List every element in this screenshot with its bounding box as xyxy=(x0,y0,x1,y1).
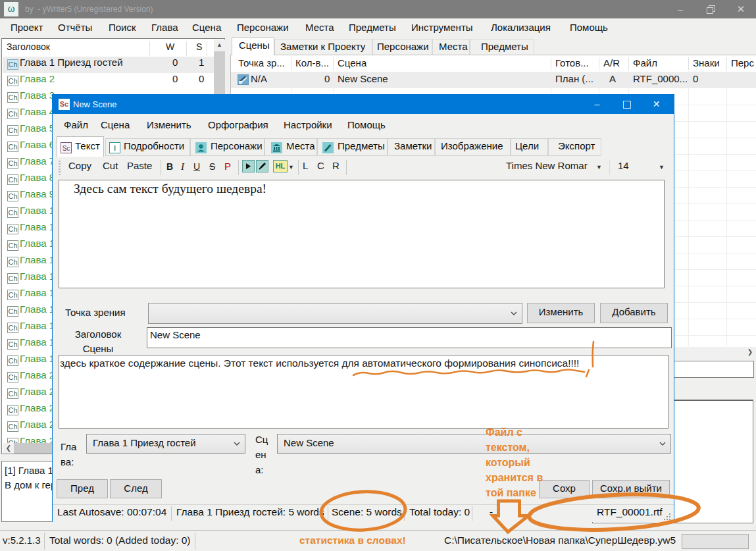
svg-text:I: I xyxy=(114,144,116,152)
svg-text:Sc: Sc xyxy=(63,145,70,152)
